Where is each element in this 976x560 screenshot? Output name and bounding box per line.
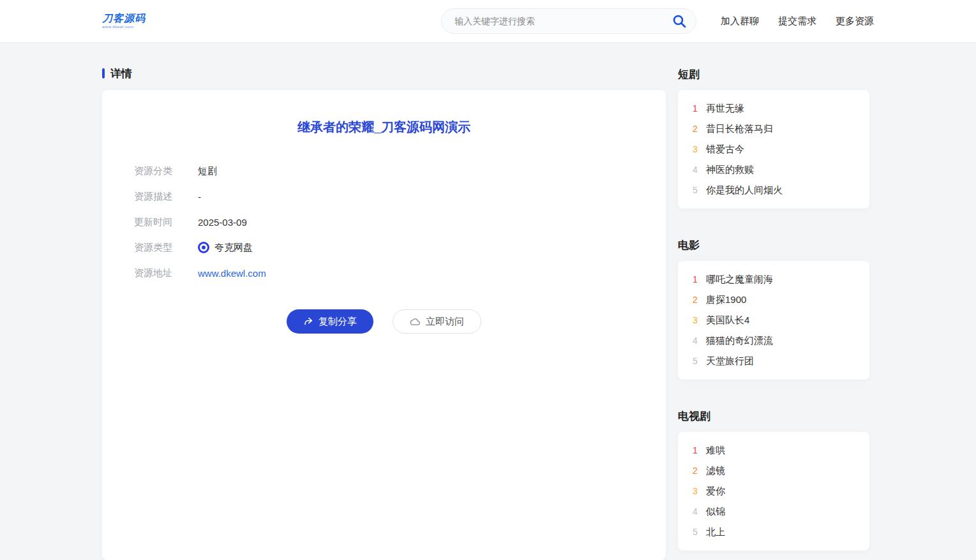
ranked-list-item[interactable]: 2 滤镜: [691, 461, 856, 481]
field-value: 2025-03-09: [198, 217, 247, 228]
ranked-item-label: 哪吒之魔童闹海: [706, 274, 773, 286]
ranked-item-label: 爱你: [706, 485, 725, 497]
visit-now-button[interactable]: 立即访问: [393, 309, 481, 334]
ranked-list-item[interactable]: 4 猫猫的奇幻漂流: [691, 330, 856, 351]
header-nav: 加入群聊 提交需求 更多资源: [721, 15, 874, 27]
share-arrow-icon: [303, 316, 313, 327]
ranked-list-card: 1 哪吒之魔童闹海 2 唐探1900 3 美国队长4 4 猫猫的奇幻漂流 5: [678, 261, 869, 379]
copy-share-button[interactable]: 复制分享: [287, 309, 373, 334]
rank-number: 4: [691, 165, 699, 175]
ranked-list-item[interactable]: 2 昔日长枪落马归: [691, 119, 856, 139]
visit-now-label: 立即访问: [426, 316, 464, 328]
cloud-icon: [410, 316, 421, 327]
ranked-item-label: 似锦: [706, 506, 725, 518]
ranked-list-item[interactable]: 3 爱你: [691, 481, 856, 501]
ranked-list-item[interactable]: 1 难哄: [691, 440, 856, 461]
resource-type-text: 夸克网盘: [214, 242, 253, 254]
search-icon[interactable]: [671, 13, 687, 29]
ranked-list-item[interactable]: 4 神医的救赎: [691, 159, 856, 180]
rank-number: 4: [691, 506, 699, 517]
page-body: 详情 继承者的荣耀_刀客源码网演示 资源分类 短剧 资源描述 - 更新时间 20…: [0, 67, 976, 560]
ranked-list-item[interactable]: 5 天堂旅行团: [691, 351, 856, 371]
ranked-list-item[interactable]: 2 唐探1900: [691, 290, 856, 310]
rank-number: 2: [691, 124, 699, 134]
action-buttons: 复制分享 立即访问: [134, 309, 634, 334]
detail-section-title: 详情: [110, 66, 132, 81]
field-label: 更新时间: [134, 216, 185, 228]
quark-disk-icon: [198, 242, 209, 253]
detail-section-head: 详情: [102, 67, 666, 80]
ranked-list-item[interactable]: 1 哪吒之魔童闹海: [691, 269, 856, 290]
nav-join-group[interactable]: 加入群聊: [721, 15, 759, 27]
rank-number: 5: [691, 185, 699, 195]
sidebar-section-title: 短剧: [678, 67, 869, 80]
field-row-resource-url: 资源地址 www.dkewl.com: [134, 266, 634, 280]
field-value: 夸克网盘: [198, 242, 253, 254]
rank-number: 3: [691, 486, 699, 496]
copy-share-label: 复制分享: [319, 316, 357, 328]
rank-number: 1: [691, 445, 699, 455]
ranked-item-label: 滤镜: [706, 465, 725, 477]
search-bar: [441, 8, 696, 34]
field-label: 资源分类: [134, 165, 185, 177]
rank-number: 5: [691, 356, 699, 366]
field-label: 资源地址: [134, 267, 185, 279]
rank-number: 1: [691, 274, 699, 284]
section-accent-bar: [102, 68, 105, 78]
rank-number: 2: [691, 295, 699, 305]
sidebar-section-movies: 电影 1 哪吒之魔童闹海 2 唐探1900 3 美国队长4 4 猫猫的奇幻漂流: [678, 238, 869, 379]
rank-number: 3: [691, 144, 699, 154]
search-input[interactable]: [441, 8, 696, 34]
ranked-item-label: 昔日长枪落马归: [706, 123, 773, 135]
ranked-item-label: 再世无缘: [706, 103, 744, 115]
ranked-item-label: 天堂旅行团: [706, 355, 754, 367]
rank-number: 1: [691, 103, 699, 114]
field-row-category: 资源分类 短剧: [134, 164, 634, 178]
sidebar: 短剧 1 再世无缘 2 昔日长枪落马归 3 错爱古今 4 神医的救赎: [678, 67, 869, 560]
rank-number: 4: [691, 335, 699, 346]
ranked-list-card: 1 再世无缘 2 昔日长枪落马归 3 错爱古今 4 神医的救赎 5 你是我的: [678, 90, 869, 209]
field-row-resource-type: 资源类型 夸克网盘: [134, 240, 634, 254]
resource-title: 继承者的荣耀_刀客源码网演示: [134, 119, 634, 136]
field-value: 短剧: [198, 165, 217, 177]
rank-number: 5: [691, 527, 699, 537]
field-label: 资源描述: [134, 191, 185, 203]
ranked-item-label: 错爱古今: [706, 144, 744, 156]
ranked-list-item[interactable]: 1 再世无缘: [691, 98, 856, 119]
site-logo-subtext: www.dkewl.com: [102, 25, 146, 29]
site-logo-text: 刀客源码: [102, 13, 146, 24]
ranked-list-item[interactable]: 3 错爱古今: [691, 139, 856, 159]
ranked-item-label: 北上: [706, 526, 725, 538]
detail-card: 继承者的荣耀_刀客源码网演示 资源分类 短剧 资源描述 - 更新时间 2025-…: [102, 90, 666, 560]
ranked-list-item[interactable]: 5 北上: [691, 522, 856, 542]
field-value: -: [198, 191, 201, 202]
main-column: 详情 继承者的荣耀_刀客源码网演示 资源分类 短剧 资源描述 - 更新时间 20…: [102, 67, 666, 560]
ranked-item-label: 猫猫的奇幻漂流: [706, 335, 773, 347]
resource-url-link[interactable]: www.dkewl.com: [198, 268, 266, 279]
sidebar-section-short-drama: 短剧 1 再世无缘 2 昔日长枪落马归 3 错爱古今 4 神医的救赎: [678, 67, 869, 209]
sidebar-section-title: 电影: [678, 238, 869, 251]
rank-number: 2: [691, 466, 699, 476]
rank-number: 3: [691, 315, 699, 325]
ranked-list-item[interactable]: 3 美国队长4: [691, 310, 856, 330]
ranked-item-label: 神医的救赎: [706, 164, 754, 176]
ranked-item-label: 唐探1900: [706, 294, 746, 306]
nav-submit-request[interactable]: 提交需求: [778, 15, 816, 27]
ranked-list-item[interactable]: 5 你是我的人间烟火: [691, 180, 856, 200]
detail-fields: 资源分类 短剧 资源描述 - 更新时间 2025-03-09 资源类型 夸克网盘: [134, 164, 634, 280]
field-label: 资源类型: [134, 242, 185, 254]
sidebar-section-title: 电视剧: [678, 409, 869, 422]
ranked-item-label: 美国队长4: [706, 314, 749, 327]
field-row-description: 资源描述 -: [134, 189, 634, 203]
field-row-update-time: 更新时间 2025-03-09: [134, 215, 634, 229]
nav-more-resources[interactable]: 更多资源: [836, 15, 874, 27]
ranked-item-label: 难哄: [706, 445, 725, 457]
header: 刀客源码 www.dkewl.com 加入群聊 提交需求 更多资源: [0, 0, 976, 43]
ranked-item-label: 你是我的人间烟火: [706, 184, 783, 196]
ranked-list-item[interactable]: 4 似锦: [691, 501, 856, 522]
sidebar-section-tv-series: 电视剧 1 难哄 2 滤镜 3 爱你 4 似锦: [678, 409, 869, 550]
ranked-list-card: 1 难哄 2 滤镜 3 爱你 4 似锦 5 北上: [678, 432, 869, 550]
site-logo[interactable]: 刀客源码 www.dkewl.com: [102, 13, 146, 29]
